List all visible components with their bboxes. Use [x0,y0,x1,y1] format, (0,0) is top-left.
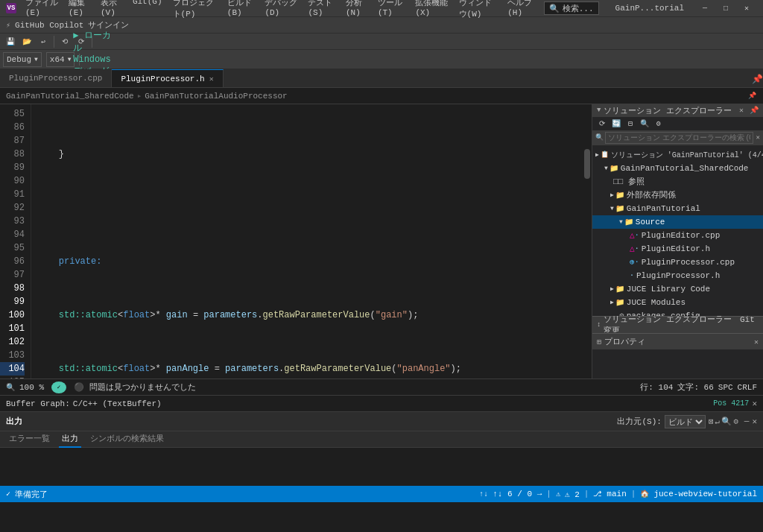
props-close[interactable]: ✕ [754,338,759,346]
output-close-btn[interactable]: ✕ [752,417,757,426]
menu-extensions[interactable]: 拡張機能(X) [411,0,452,21]
tab-close-h[interactable]: ✕ [209,75,214,83]
menu-test[interactable]: テスト(S) [303,0,340,21]
tree-icon-editor-h: △ [630,244,635,253]
tree-plugin-proc-cpp[interactable]: ⊕ · PluginProcessor.cpp [592,256,763,269]
breadcrumb-shared[interactable]: GainPanTutorial_SharedCode [6,92,134,101]
platform-label: x64 [50,55,65,64]
config-dropdown[interactable]: Debug ▼ [3,52,42,67]
tree-source[interactable]: ▼ 📁 Source [592,215,763,229]
toolbar-btn-3[interactable]: ↩ [36,35,51,48]
output-find-btn[interactable]: 🔍 [721,417,732,426]
linenum-105: 105 [0,376,25,379]
minimize-button[interactable]: ─ [694,0,715,16]
se-refresh-btn[interactable]: 🔄 [610,117,623,130]
bottom-status-bar: ✓ 準備完了 ↑↓ ↑↓ 6 / 0 → | ⚠ ⚠ 2 | ⎇ main | … [0,486,763,502]
breadcrumb-processor[interactable]: GainPanTutorialAudioProcessor [145,92,287,101]
breadcrumb-bar: GainPanTutorial_SharedCode ▸ GainPanTuto… [0,88,763,104]
errors-text: ⚫ 問題は見つかりませんでした [74,381,196,393]
linenum-88: 88 [0,148,25,161]
title-bar: VS ファイル(E) 編集(E) 表示(V) Git(G) プロジェクト(P) … [0,0,763,16]
buffer-close[interactable]: ✕ [752,399,757,408]
menu-analyze[interactable]: 分析(N) [341,0,372,21]
tree-solution-label: ソリューション 'GainPanTutorial' (4/4 のプロジェクト) [611,150,763,160]
scrollbar-thumb[interactable] [584,149,590,179]
se-search-clear[interactable]: ✕ [756,133,760,142]
menu-build[interactable]: ビルド(B) [223,0,259,21]
menu-view[interactable]: 表示(V) [96,0,127,21]
menu-git[interactable]: Git(G) [128,0,167,21]
tree-juce-modules[interactable]: ▶ 📁 JUCE Modules [592,296,763,309]
tree-solution-root[interactable]: ▶ 📋 ソリューション 'GainPanTutorial' (4/4 のプロジェ… [592,148,763,162]
search-box[interactable]: 🔍 検索... [544,1,599,15]
run-button[interactable]: ▶ ローカル Windows デバッガー ▶ [84,53,99,66]
tree-plugin-editor-cpp[interactable]: △ · PluginEditor.cpp [592,229,763,242]
tree-folder-juce-mod: 📁 [615,298,624,307]
toolbar-btn-1[interactable]: 💾 [3,35,18,48]
tree-icon-proc-cpp: ⊕ [630,257,635,267]
platform-dropdown[interactable]: x64 ▼ [46,52,75,67]
tree-icon-editor-cpp: △ [630,230,635,240]
close-button[interactable]: ✕ [736,0,757,16]
tree-arrow-juce-lib: ▶ [610,285,614,292]
tab-symbol-search[interactable]: シンボルの検索結果 [87,431,167,448]
se-close-button[interactable]: ✕ [739,106,744,115]
se-pin-button[interactable]: 📌 [750,106,759,115]
tree-juce-library[interactable]: ▶ 📁 JUCE Library Code [592,282,763,296]
app-icon: VS [6,3,16,13]
code-line-89: std::atomic<float>* panAngle = parameter… [37,362,577,376]
tab-plugin-processor-h[interactable]: PluginProcessor.h ✕ [112,69,223,87]
maximize-button[interactable]: □ [715,0,736,16]
solution-explorer-header: ▼ ソリューション エクスプローラー ✕ 📌 [592,104,763,117]
pin-icon[interactable]: 📌 [751,71,763,87]
se-settings-btn[interactable]: ⚙ [652,117,665,130]
breadcrumb-pin[interactable]: 📌 [747,91,757,101]
menu-file[interactable]: ファイル(E) [21,0,63,21]
tree-file-editor-cpp: · [635,231,639,239]
tab-plugin-processor-cpp[interactable]: PluginProcessor.cpp [0,69,112,87]
tree-arrow-juce-mod: ▶ [610,299,614,305]
menu-edit[interactable]: 編集(E) [64,0,95,21]
git-status: ↑↓ 6 / 0 → [493,490,542,498]
tree-plugin-proc-h[interactable]: · PluginProcessor.h [592,269,763,282]
output-settings-btn[interactable]: ⚙ [733,417,738,426]
menu-project[interactable]: プロジェクト(P) [168,0,221,21]
line-numbers: 85 86 87 88 89 90 91 92 93 94 95 96 97 9… [0,104,31,379]
tree-sharedcode[interactable]: ▼ 📁 GainPanTutorial_SharedCode [592,162,763,175]
se-sync-btn[interactable]: ⟳ [595,117,609,130]
tree-solution-icon: 📋 [601,151,609,159]
linenum-85: 85 [0,107,25,121]
se-search-input[interactable] [605,132,753,144]
toolbar-undo[interactable]: ⟲ [57,35,72,48]
menu-debug[interactable]: デバッグ(D) [260,0,302,21]
code-content[interactable]: } private: std::atomic<float>* gain = pa… [31,104,583,379]
tree-references[interactable]: □□ 参照 [592,175,763,189]
menu-tools[interactable]: ツール(T) [373,0,410,21]
output-wrap-btn[interactable]: ↵ [715,417,721,426]
vertical-scrollbar[interactable] [583,104,592,379]
se-filter-btn[interactable]: 🔍 [638,117,651,130]
buffer-lang: C/C++ (TextBuffer) [73,399,162,408]
tree-plugin-editor-h[interactable]: △ · PluginEditor.h [592,242,763,256]
tree-sharedcode-label: GainPanTutorial_SharedCode [621,164,749,173]
linenum-98: 98 [0,282,25,295]
tab-errors[interactable]: エラー一覧 [6,431,53,448]
menu-window[interactable]: ウィンドウ(W) [455,0,502,21]
output-panel: 出力 出力元(S): ビルド ⊠ ↵ 🔍 ⚙ ─ ✕ エラー一覧 出力 シンボル… [0,411,763,486]
tree-external-deps[interactable]: ▶ 📁 外部依存関係 [592,189,763,202]
tree-folder-extern: 📁 [615,191,624,200]
code-editor: 85 86 87 88 89 90 91 92 93 94 95 96 97 9… [0,104,592,379]
toolbar-1: 💾 📂 ↩ ⟲ ⟳ [0,33,763,49]
linenum-97: 97 [0,268,25,282]
toolbar-btn-2[interactable]: 📂 [19,35,34,48]
status-sep2: | [584,490,589,498]
menu-help[interactable]: ヘルプ(H) [503,0,539,21]
tab-output[interactable]: 出力 [59,431,81,448]
output-clear-btn[interactable]: ⊠ [709,417,714,426]
output-source-select[interactable]: ビルド [665,415,706,428]
git-changes-tab[interactable]: ↕ ソリューション エクスプローラー Git 変更 [592,316,763,332]
tree-gainpantutorial[interactable]: ▼ 📁 GainPanTutorial [592,202,763,215]
se-collapse-btn[interactable]: ⊟ [624,117,637,130]
col-info: 文字: 66 [677,381,713,393]
output-pin-btn[interactable]: ─ [744,417,750,426]
